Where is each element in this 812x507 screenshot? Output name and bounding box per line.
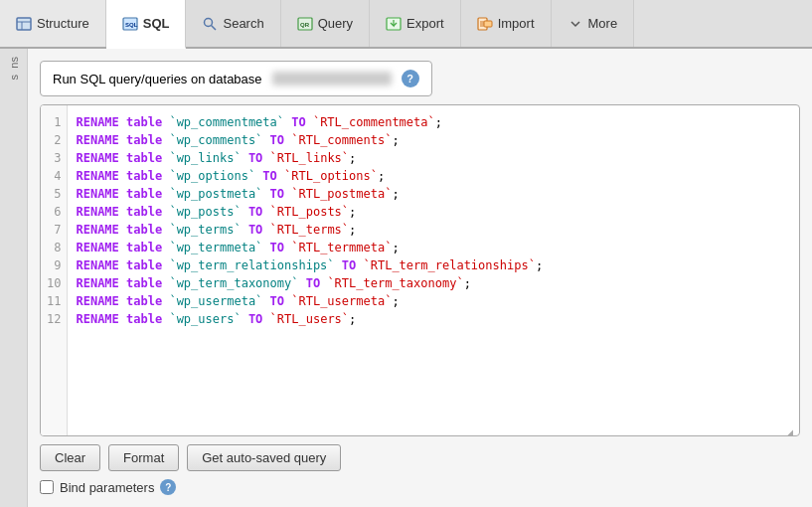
main-content: Run SQL query/queries on database ? 1 2 … xyxy=(28,49,812,507)
code-line-3: RENAME table `wp_links` TO `RTL_links`; xyxy=(76,149,791,167)
resize-handle[interactable]: ◢ xyxy=(787,423,797,433)
tab-search[interactable]: Search xyxy=(186,0,280,47)
code-line-10: RENAME table `wp_term_taxonomy` TO `RTL_… xyxy=(76,274,791,292)
code-line-8: RENAME table `wp_termmeta` TO `RTL_termm… xyxy=(76,239,791,256)
sql-header-help-icon[interactable]: ? xyxy=(402,70,419,87)
code-line-12: RENAME table `wp_users` TO `RTL_users`; xyxy=(76,310,791,328)
code-line-11: RENAME table `wp_usermeta` TO `RTL_userm… xyxy=(76,292,791,310)
tab-structure[interactable]: Structure xyxy=(0,0,106,47)
bind-parameters-row: Bind parameters ? xyxy=(40,479,800,495)
tab-import[interactable]: Import xyxy=(461,0,552,47)
export-icon xyxy=(386,15,402,32)
code-line-6: RENAME table `wp_posts` TO `RTL_posts`; xyxy=(76,203,791,221)
tab-query-label: Query xyxy=(318,16,353,31)
db-name-blurred xyxy=(272,72,392,85)
buttons-row: Clear Format Get auto-saved query xyxy=(40,444,800,471)
tab-export-label: Export xyxy=(406,16,444,31)
svg-text:QR: QR xyxy=(300,22,310,28)
sql-icon: SQL xyxy=(122,15,138,32)
auto-saved-button[interactable]: Get auto-saved query xyxy=(187,444,341,471)
bind-parameters-label: Bind parameters xyxy=(60,480,154,495)
svg-point-5 xyxy=(205,18,213,26)
code-line-5: RENAME table `wp_postmeta` TO `RTL_postm… xyxy=(76,185,791,203)
sidebar-label-s: s xyxy=(8,75,20,81)
svg-rect-11 xyxy=(484,21,492,27)
query-icon: QR xyxy=(297,15,313,32)
code-line-1: RENAME table `wp_commentmeta` TO `RTL_co… xyxy=(76,113,791,131)
line-numbers: 1 2 3 4 5 6 7 8 9 10 11 12 xyxy=(41,105,68,435)
sql-header-text: Run SQL query/queries on database xyxy=(53,72,262,86)
tab-structure-label: Structure xyxy=(37,16,89,31)
code-textarea[interactable]: RENAME table `wp_commentmeta` TO `RTL_co… xyxy=(68,105,799,435)
svg-text:SQL: SQL xyxy=(125,22,138,28)
clear-button[interactable]: Clear xyxy=(40,444,100,471)
tab-search-label: Search xyxy=(223,16,263,31)
bind-parameters-help-icon[interactable]: ? xyxy=(160,479,176,495)
bind-parameters-checkbox[interactable] xyxy=(40,480,54,494)
table-icon xyxy=(16,15,32,32)
chevron-down-icon xyxy=(568,15,583,32)
code-line-2: RENAME table `wp_comments` TO `RTL_comme… xyxy=(76,131,791,149)
code-line-7: RENAME table `wp_terms` TO `RTL_terms`; xyxy=(76,221,791,239)
import-icon xyxy=(477,15,493,32)
search-icon xyxy=(202,15,218,32)
tab-more-label: More xyxy=(588,16,618,31)
sidebar-label-ns: ns xyxy=(8,57,20,69)
code-line-4: RENAME table `wp_options` TO `RTL_option… xyxy=(76,167,791,185)
sidebar-strip: ns s xyxy=(0,49,28,507)
format-button[interactable]: Format xyxy=(108,444,179,471)
tab-sql-label: SQL xyxy=(143,16,170,31)
page-layout: ns s Run SQL query/queries on database ?… xyxy=(0,49,812,507)
code-line-9: RENAME table `wp_term_relationships` TO … xyxy=(76,256,791,274)
svg-line-6 xyxy=(212,25,217,30)
tab-export[interactable]: Export xyxy=(370,0,461,47)
tab-bar: Structure SQL SQL Search QR Query xyxy=(0,0,812,49)
svg-rect-0 xyxy=(17,18,31,30)
sql-header: Run SQL query/queries on database ? xyxy=(40,61,432,96)
tab-sql[interactable]: SQL SQL xyxy=(106,0,187,49)
tab-more[interactable]: More xyxy=(552,0,635,47)
code-editor[interactable]: 1 2 3 4 5 6 7 8 9 10 11 12 RENAME table … xyxy=(40,104,800,436)
tab-import-label: Import xyxy=(498,16,535,31)
tab-query[interactable]: QR Query xyxy=(281,0,370,47)
